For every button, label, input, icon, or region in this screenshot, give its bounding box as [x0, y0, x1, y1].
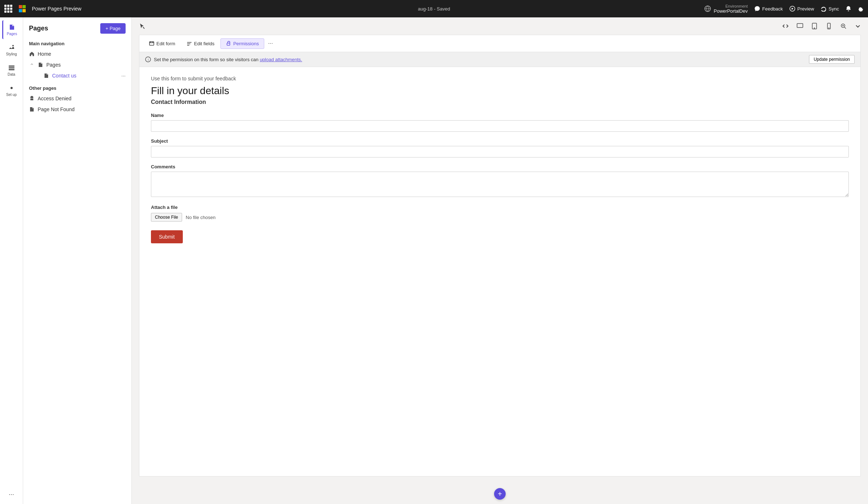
top-bar-right: Environment PowerPortalDev Feedback Prev… — [704, 4, 864, 14]
name-field: Name — [151, 113, 849, 132]
svg-rect-26 — [227, 43, 230, 45]
environment-selector[interactable]: Environment PowerPortalDev — [704, 4, 748, 14]
other-pages-title: Other pages — [23, 81, 131, 93]
svg-text:i: i — [148, 58, 149, 62]
form-subtitle: Use this form to submit your feedback — [151, 76, 849, 81]
nav-contact-us-label: Contact us — [52, 73, 76, 79]
feedback-button[interactable]: Feedback — [754, 6, 783, 12]
nav-home[interactable]: Home — [23, 49, 131, 59]
svg-rect-5 — [9, 66, 14, 67]
canvas-toolbar — [132, 17, 868, 35]
add-section-row: + — [132, 484, 868, 504]
name-label: Name — [151, 113, 849, 118]
form-title: Fill in your details — [151, 85, 849, 97]
save-status: aug-18 - Saved — [418, 6, 450, 12]
sync-label: Sync — [829, 6, 839, 12]
permissions-label: Permissions — [233, 41, 259, 46]
nav-page-not-found-label: Page Not Found — [38, 106, 75, 112]
top-bar: Power Pages Preview aug-18 - Saved Envir… — [0, 0, 868, 17]
svg-point-14 — [829, 28, 829, 28]
form-top-bar: Edit form Edit fields Permissions ··· — [139, 35, 860, 52]
sync-button[interactable]: Sync — [821, 6, 839, 12]
attach-label: Attach a file — [151, 205, 849, 210]
svg-point-4 — [12, 45, 14, 46]
microsoft-logo — [19, 5, 26, 12]
edit-fields-label: Edit fields — [194, 41, 214, 46]
svg-point-8 — [10, 87, 13, 89]
form-canvas: Edit form Edit fields Permissions ··· i … — [139, 35, 861, 476]
nav-access-denied[interactable]: Access Denied — [23, 93, 131, 104]
edit-fields-button[interactable]: Edit fields — [181, 38, 220, 49]
comments-field: Comments — [151, 164, 849, 198]
subject-field: Subject — [151, 138, 849, 158]
add-page-button[interactable]: + Page — [100, 23, 126, 34]
cursor-tool-button[interactable] — [136, 20, 148, 32]
feedback-label: Feedback — [762, 6, 783, 12]
contact-us-more-button[interactable]: ··· — [121, 73, 126, 79]
more-options-button[interactable]: ··· — [9, 491, 14, 501]
settings-button[interactable] — [858, 6, 864, 12]
canvas-area: Edit form Edit fields Permissions ··· i … — [132, 17, 868, 504]
edit-form-button[interactable]: Edit form — [144, 38, 181, 49]
nav-pages-label: Pages — [46, 62, 61, 68]
nav-pages[interactable]: Pages — [23, 59, 131, 70]
waffle-menu-icon[interactable] — [4, 5, 12, 13]
form-section-title: Contact Information — [151, 99, 849, 105]
code-editor-button[interactable] — [780, 20, 791, 32]
sidebar: Pages + Page Main navigation Home Pages … — [23, 17, 132, 504]
mobile-view-button[interactable] — [823, 20, 835, 32]
no-file-text: No file chosen — [186, 215, 215, 220]
upload-attachments-link[interactable]: upload attachments. — [260, 57, 302, 62]
subject-input[interactable] — [151, 146, 849, 158]
subject-label: Subject — [151, 138, 849, 144]
sidebar-item-data[interactable]: Data — [2, 61, 21, 80]
update-permission-button[interactable]: Update permission — [809, 55, 855, 64]
zoom-button[interactable] — [838, 20, 849, 32]
main-nav-title: Main navigation — [23, 37, 131, 49]
nav-home-label: Home — [38, 51, 51, 57]
preview-label: Preview — [797, 6, 814, 12]
svg-rect-10 — [797, 24, 803, 28]
comments-label: Comments — [151, 164, 849, 169]
sidebar-item-setup[interactable]: Set up — [2, 81, 21, 100]
comments-input[interactable] — [151, 172, 849, 197]
edit-form-label: Edit form — [156, 41, 175, 46]
choose-file-button[interactable]: Choose File — [151, 213, 182, 222]
permissions-button[interactable]: Permissions — [220, 38, 264, 49]
nav-access-denied-label: Access Denied — [38, 96, 71, 101]
svg-line-16 — [844, 27, 846, 29]
form-content: Use this form to submit your feedback Fi… — [139, 67, 860, 252]
icon-bar: Pages Styling Data Set up ··· — [0, 17, 23, 504]
permission-notice: i Set the permission on this form so sit… — [139, 52, 860, 67]
sidebar-item-styling[interactable]: Styling — [2, 41, 21, 59]
submit-button[interactable]: Submit — [151, 230, 183, 243]
sidebar-item-pages[interactable]: Pages — [2, 20, 21, 39]
name-input[interactable] — [151, 120, 849, 132]
svg-rect-3 — [10, 28, 13, 29]
svg-rect-19 — [149, 42, 154, 45]
nav-contact-us[interactable]: Contact us ··· — [23, 70, 131, 81]
env-label: Environment — [725, 4, 748, 8]
preview-button[interactable]: Preview — [789, 6, 814, 12]
attach-section: Attach a file Choose File No file chosen — [151, 205, 849, 222]
permission-notice-text: Set the permission on this form so site … — [154, 57, 302, 62]
sidebar-title: Pages — [29, 25, 48, 32]
svg-line-9 — [143, 27, 144, 29]
form-more-button[interactable]: ··· — [265, 38, 276, 49]
svg-point-12 — [814, 28, 815, 29]
svg-rect-2 — [10, 27, 13, 28]
nav-page-not-found[interactable]: Page Not Found — [23, 104, 131, 115]
desktop-view-button[interactable] — [794, 20, 806, 32]
svg-rect-7 — [9, 69, 14, 70]
app-title: Power Pages Preview — [32, 6, 81, 12]
notification-button[interactable] — [846, 6, 851, 12]
add-section-button[interactable]: + — [494, 488, 506, 500]
env-name: PowerPortalDev — [714, 8, 748, 14]
tablet-view-button[interactable] — [809, 20, 820, 32]
svg-rect-6 — [9, 67, 14, 68]
chevron-down-button[interactable] — [852, 20, 864, 32]
